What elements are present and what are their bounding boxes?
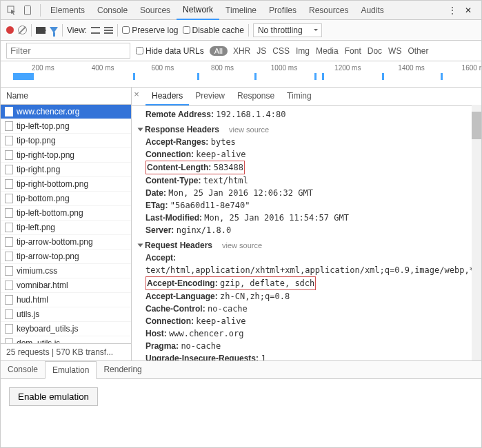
file-icon — [5, 266, 13, 276]
close-icon[interactable]: ✕ — [461, 3, 475, 17]
view-small-icon[interactable] — [104, 27, 113, 34]
accept-language-value: zh-CN,zh;q=0.8 — [220, 292, 290, 301]
file-icon — [5, 223, 13, 232]
request-row[interactable]: tip-left-top.png — [1, 119, 131, 134]
disable-cache-label: Disable cache — [192, 26, 244, 35]
scrollbar[interactable] — [472, 105, 481, 360]
accept-ranges-value: bytes — [211, 137, 236, 147]
file-icon — [5, 179, 13, 189]
tab-response[interactable]: Response — [231, 88, 281, 105]
filter-type-doc[interactable]: Doc — [368, 46, 382, 56]
filter-type-media[interactable]: Media — [316, 46, 339, 56]
date-label: Date: — [145, 188, 166, 198]
timeline-overview[interactable]: 200 ms400 ms600 ms800 ms1000 ms1200 ms14… — [1, 61, 481, 88]
request-name: tip-arrow-bottom.png — [17, 237, 93, 247]
disable-cache-checkbox[interactable]: Disable cache — [183, 26, 244, 35]
accept-language-label: Accept-Language: — [145, 292, 218, 301]
tab-sources[interactable]: Sources — [134, 1, 177, 19]
filter-type-css[interactable]: CSS — [272, 46, 290, 56]
name-column-header[interactable]: Name — [1, 88, 131, 105]
view-large-icon[interactable] — [91, 27, 100, 34]
inspect-icon[interactable] — [5, 3, 19, 17]
cache-control-value: no-cache — [208, 304, 248, 314]
tab-network[interactable]: Network — [177, 1, 219, 20]
enable-emulation-button[interactable]: Enable emulation — [9, 387, 98, 406]
drawer-tab-console[interactable]: Console — [1, 361, 45, 378]
separator — [31, 24, 32, 37]
request-row[interactable]: tip-left.png — [1, 221, 131, 235]
filter-input[interactable] — [6, 43, 130, 59]
tab-console[interactable]: Console — [91, 1, 134, 19]
remote-address-label: Remote Address: — [145, 110, 214, 119]
request-headers-section[interactable]: Request Headers — [145, 239, 212, 252]
file-icon — [5, 165, 13, 174]
request-row[interactable]: tip-right-bottom.png — [1, 177, 131, 192]
request-row[interactable]: keyboard_utils.js — [1, 322, 131, 336]
filter-type-js[interactable]: JS — [257, 46, 266, 56]
request-row[interactable]: utils.js — [1, 307, 131, 322]
request-row[interactable]: tip-arrow-bottom.png — [1, 235, 131, 250]
device-icon[interactable] — [21, 3, 34, 17]
upgrade-insecure-label: Upgrade-Insecure-Requests: — [145, 354, 259, 360]
filter-type-img[interactable]: Img — [296, 46, 310, 56]
throttling-select[interactable]: No throttling — [253, 23, 322, 37]
request-name: tip-left-top.png — [17, 121, 70, 131]
filter-all[interactable]: All — [210, 46, 228, 56]
tab-timing[interactable]: Timing — [281, 88, 318, 105]
host-value: www.chencer.org — [169, 329, 243, 338]
request-row[interactable]: tip-right.png — [1, 163, 131, 177]
view-source-link[interactable]: view source — [222, 240, 262, 252]
request-row[interactable]: vomnibar.html — [1, 278, 131, 293]
request-name: tip-top.png — [17, 136, 56, 145]
kebab-icon[interactable]: ⋮ — [445, 3, 459, 17]
tab-headers[interactable]: Headers — [145, 88, 189, 105]
close-details-button[interactable]: × — [132, 90, 142, 101]
hide-data-urls-checkbox[interactable]: Hide data URLs — [136, 46, 204, 56]
file-icon — [5, 338, 13, 343]
request-name: www.chencer.org — [17, 107, 79, 116]
etag-label: ETag: — [145, 201, 168, 210]
tab-preview[interactable]: Preview — [189, 88, 231, 105]
tab-timeline[interactable]: Timeline — [219, 1, 263, 19]
record-button[interactable] — [6, 26, 14, 34]
expand-icon[interactable] — [138, 244, 143, 247]
filter-icon[interactable] — [50, 27, 58, 33]
request-row[interactable]: dom_utils.js — [1, 336, 131, 343]
file-icon — [5, 281, 13, 290]
content-length-label: Content-Length: — [147, 163, 211, 172]
tab-resources[interactable]: Resources — [303, 1, 354, 19]
drawer-tab-rendering[interactable]: Rendering — [97, 361, 148, 378]
request-row[interactable]: vimium.css — [1, 264, 131, 278]
clear-button[interactable] — [18, 26, 27, 34]
request-row[interactable]: tip-top.png — [1, 134, 131, 148]
capture-icon[interactable] — [36, 27, 46, 34]
request-row[interactable]: tip-left-bottom.png — [1, 206, 131, 221]
request-row[interactable]: tip-right-top.png — [1, 148, 131, 163]
request-name: vimium.css — [17, 266, 57, 276]
expand-icon[interactable] — [138, 128, 143, 132]
file-icon — [5, 309, 13, 319]
tab-profiles[interactable]: Profiles — [263, 1, 303, 19]
pragma-value: no-cache — [181, 341, 221, 351]
preserve-log-checkbox[interactable]: Preserve log — [122, 26, 178, 35]
req-connection-value: keep-alive — [196, 316, 245, 326]
timeline-tick: 1600 r — [462, 64, 481, 72]
tab-elements[interactable]: Elements — [44, 1, 91, 19]
preserve-log-label: Preserve log — [132, 26, 178, 35]
view-source-link[interactable]: view source — [229, 124, 269, 136]
tab-audits[interactable]: Audits — [354, 1, 390, 19]
request-row[interactable]: tip-bottom.png — [1, 192, 131, 206]
separator — [117, 24, 118, 37]
request-row[interactable]: www.chencer.org — [1, 105, 131, 119]
response-headers-section[interactable]: Response Headers — [145, 123, 219, 136]
drawer-tab-emulation[interactable]: Emulation — [45, 361, 97, 379]
file-icon — [5, 295, 13, 305]
request-row[interactable]: tip-arrow-top.png — [1, 250, 131, 264]
filter-type-xhr[interactable]: XHR — [233, 46, 250, 56]
connection-value: keep-alive — [196, 150, 245, 159]
request-row[interactable]: hud.html — [1, 293, 131, 307]
filter-type-other[interactable]: Other — [408, 46, 428, 56]
filter-type-font[interactable]: Font — [345, 46, 361, 56]
filter-type-ws[interactable]: WS — [388, 46, 401, 56]
request-name: keyboard_utils.js — [17, 324, 78, 334]
